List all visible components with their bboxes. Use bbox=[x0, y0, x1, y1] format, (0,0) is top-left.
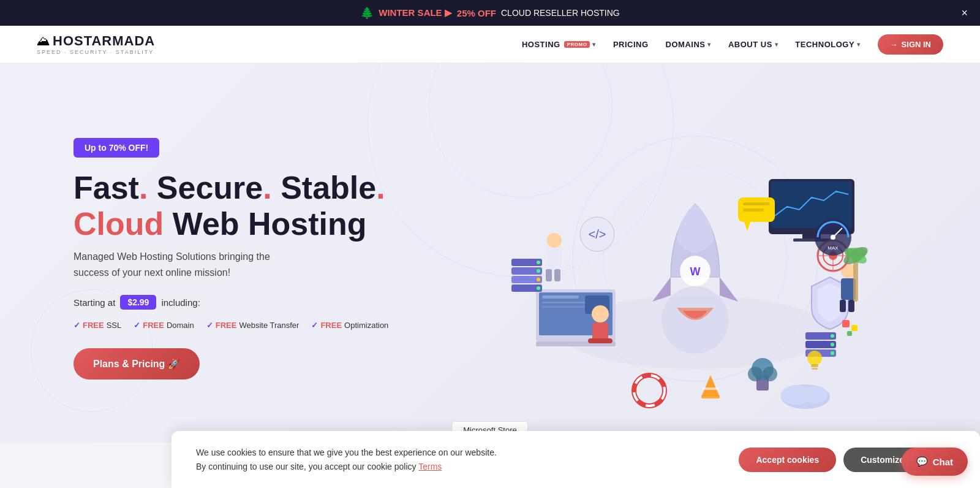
cookie-terms-link[interactable]: Terms bbox=[418, 462, 442, 471]
nav-pricing-label: PRICING bbox=[613, 40, 649, 49]
svg-point-50 bbox=[801, 386, 828, 403]
feature-domain: ✓ FREE Domain bbox=[134, 321, 194, 330]
headline-secure: Secure bbox=[157, 170, 263, 205]
nav-pricing[interactable]: PRICING bbox=[613, 40, 649, 49]
banner-suffix: CLOUD RESELLER HOSTING bbox=[501, 8, 620, 18]
plans-btn-label: Plans & Pricing 🚀 bbox=[93, 358, 180, 370]
nav-hosting[interactable]: HOSTING PROMO ▾ bbox=[522, 40, 596, 49]
svg-rect-39 bbox=[547, 248, 562, 269]
feature-desc-optimization: Optimization bbox=[344, 321, 388, 330]
logo[interactable]: ⛰ HOSTARMADA SPEED · SECURITY · STABILIT… bbox=[37, 33, 155, 55]
iso-scene: W bbox=[462, 105, 891, 412]
check-icon-ssl: ✓ bbox=[74, 321, 80, 330]
banner-close-button[interactable]: × bbox=[961, 7, 968, 20]
hero-headline: Fast. Secure. Stable. Cloud Web Hosting bbox=[74, 170, 410, 243]
svg-point-62 bbox=[748, 367, 763, 381]
svg-rect-12 bbox=[542, 295, 579, 299]
svg-rect-14 bbox=[542, 306, 585, 308]
svg-rect-66 bbox=[847, 331, 852, 336]
svg-text:</>: </> bbox=[589, 227, 606, 241]
svg-text:W: W bbox=[690, 265, 701, 278]
svg-rect-37 bbox=[848, 300, 854, 312]
banner-content: 🌲 WINTER SALE ▶ 25% OFF CLOUD RESELLER H… bbox=[360, 6, 619, 20]
plans-pricing-button[interactable]: Plans & Pricing 🚀 bbox=[74, 348, 200, 379]
svg-point-24 bbox=[537, 261, 540, 264]
svg-point-33 bbox=[831, 351, 834, 355]
headline-fast: Fast bbox=[74, 170, 139, 205]
headline-cloud: Cloud bbox=[74, 206, 173, 242]
including-label: including: bbox=[161, 297, 200, 308]
svg-marker-74 bbox=[701, 375, 720, 397]
svg-rect-76 bbox=[701, 395, 720, 398]
chat-icon: 💬 bbox=[916, 456, 928, 467]
check-icon-optimization: ✓ bbox=[311, 321, 318, 330]
nav-domains-label: DOMAINS bbox=[666, 40, 706, 49]
navbar: ⛰ HOSTARMADA SPEED · SECURITY · STABILIT… bbox=[0, 26, 980, 63]
svg-rect-65 bbox=[851, 325, 858, 331]
hero-section: Up to 70% OFF! Fast. Secure. Stable. Clo… bbox=[0, 63, 980, 443]
chevron-down-icon-tech: ▾ bbox=[857, 41, 861, 48]
svg-rect-70 bbox=[853, 259, 858, 302]
banner-sale-prefix: WINTER SALE ▶ bbox=[379, 7, 452, 18]
starting-price: Starting at $2.99 including: bbox=[74, 295, 410, 310]
chevron-down-icon-about: ▾ bbox=[775, 41, 778, 48]
nav-about-label: ABOUT US bbox=[728, 40, 772, 49]
svg-rect-36 bbox=[840, 300, 846, 312]
svg-point-32 bbox=[831, 343, 834, 346]
svg-point-17 bbox=[592, 305, 609, 322]
check-icon-transfer: ✓ bbox=[206, 321, 213, 330]
svg-rect-18 bbox=[592, 322, 608, 341]
svg-point-26 bbox=[537, 278, 540, 281]
cookie-message: We use cookies to ensure that we give yo… bbox=[196, 448, 497, 471]
svg-point-38 bbox=[547, 233, 562, 248]
signin-button[interactable]: → SIGN IN bbox=[878, 34, 943, 55]
check-icon-domain: ✓ bbox=[134, 321, 140, 330]
svg-point-31 bbox=[831, 334, 834, 338]
nav-domains[interactable]: DOMAINS ▾ bbox=[666, 40, 711, 49]
feature-desc-transfer: Website Transfer bbox=[239, 321, 299, 330]
nav-technology-label: TECHNOLOGY bbox=[795, 40, 854, 49]
svg-point-25 bbox=[537, 269, 540, 273]
svg-point-27 bbox=[537, 286, 540, 290]
svg-rect-19 bbox=[588, 338, 612, 343]
free-label-transfer: FREE bbox=[216, 321, 237, 330]
svg-rect-68 bbox=[811, 364, 818, 367]
nav-hosting-label: HOSTING bbox=[522, 40, 560, 49]
cookie-text: We use cookies to ensure that we give yo… bbox=[196, 446, 497, 473]
svg-rect-40 bbox=[546, 269, 552, 281]
cookie-banner: We use cookies to ensure that we give yo… bbox=[172, 431, 980, 488]
feature-optimization: ✓ FREE Optimization bbox=[311, 321, 388, 330]
promo-badge: PROMO bbox=[564, 41, 590, 48]
svg-marker-43 bbox=[744, 222, 750, 231]
svg-rect-45 bbox=[743, 208, 764, 212]
nav-technology[interactable]: TECHNOLOGY ▾ bbox=[795, 40, 860, 49]
svg-rect-64 bbox=[842, 320, 850, 327]
free-label-domain: FREE bbox=[143, 321, 164, 330]
svg-text:MAX: MAX bbox=[827, 245, 839, 251]
svg-rect-75 bbox=[703, 387, 718, 390]
discount-badge: Up to 70% OFF! bbox=[74, 138, 159, 158]
logo-icon: ⛰ bbox=[37, 33, 50, 49]
svg-rect-41 bbox=[554, 269, 560, 281]
feature-desc-ssl: SSL bbox=[107, 321, 122, 330]
chevron-down-icon-domains: ▾ bbox=[707, 41, 711, 48]
hero-illustration: W bbox=[410, 105, 943, 412]
logo-title: HOSTARMADA bbox=[53, 33, 155, 49]
headline-stable: Stable bbox=[281, 170, 376, 205]
accept-cookies-button[interactable]: Accept cookies bbox=[739, 448, 836, 472]
features-list: ✓ FREE SSL ✓ FREE Domain ✓ FREE Website … bbox=[74, 321, 410, 330]
free-label-optimization: FREE bbox=[320, 321, 342, 330]
headline-web-hosting: Web Hosting bbox=[173, 206, 367, 242]
nav-about[interactable]: ABOUT US ▾ bbox=[728, 40, 778, 49]
svg-rect-13 bbox=[542, 302, 591, 303]
free-label-ssl: FREE bbox=[83, 321, 104, 330]
svg-point-58 bbox=[831, 235, 835, 240]
hero-content: Up to 70% OFF! Fast. Secure. Stable. Clo… bbox=[74, 138, 410, 380]
svg-rect-44 bbox=[743, 202, 770, 205]
svg-point-63 bbox=[763, 367, 777, 381]
hero-subtext: Managed Web Hosting Solutions bringing t… bbox=[74, 249, 410, 280]
price-badge: $2.99 bbox=[120, 295, 156, 310]
svg-rect-69 bbox=[812, 368, 818, 370]
chat-button[interactable]: 💬 Chat bbox=[902, 448, 968, 476]
svg-point-73 bbox=[845, 248, 867, 257]
